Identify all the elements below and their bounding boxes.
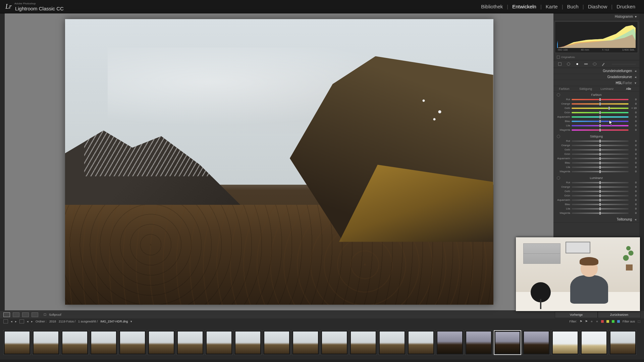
star-icon[interactable]: ★ xyxy=(596,320,598,323)
thumbnail[interactable] xyxy=(32,330,60,355)
slider-handle[interactable] xyxy=(608,107,610,110)
filter-lock-icon[interactable]: ⬚ xyxy=(638,320,641,323)
slider-handle[interactable] xyxy=(599,207,601,210)
slider-handle[interactable] xyxy=(599,98,601,101)
gradient-tool[interactable] xyxy=(583,61,589,67)
slider-track[interactable] xyxy=(572,108,629,109)
thumbnail[interactable] xyxy=(580,330,608,355)
slider-value[interactable]: 0 xyxy=(630,111,637,114)
slider-track[interactable] xyxy=(572,195,629,196)
slider-track[interactable] xyxy=(572,140,629,142)
slider-value[interactable]: 0 xyxy=(630,98,637,101)
crop-tool[interactable] xyxy=(557,61,563,67)
slider-track[interactable] xyxy=(572,167,629,168)
slider-handle[interactable] xyxy=(599,153,601,156)
hsl-tab-sättigung[interactable]: Sättigung xyxy=(575,86,596,92)
thumbnail[interactable] xyxy=(61,330,89,355)
slider-value[interactable]: 0 xyxy=(630,185,637,188)
grid-icon[interactable] xyxy=(19,319,24,323)
color-label-icon[interactable] xyxy=(601,320,604,323)
flag-pick-icon[interactable]: ⚑ xyxy=(580,320,582,323)
slider-handle[interactable] xyxy=(599,194,601,197)
section-basic[interactable]: Grundeinstellungen◂ xyxy=(553,68,639,74)
slider-track[interactable] xyxy=(572,149,629,150)
thumbnail[interactable] xyxy=(90,330,117,355)
thumbnail[interactable] xyxy=(176,330,204,355)
original-toggle[interactable]: Originalfoto xyxy=(553,54,639,60)
softproof-label[interactable]: Softproof xyxy=(49,313,61,316)
module-diashow[interactable]: Diashow xyxy=(585,4,611,9)
thumbnail[interactable] xyxy=(465,330,492,355)
thumbnail[interactable] xyxy=(436,330,464,355)
thumbnail[interactable] xyxy=(609,330,637,355)
slider-handle[interactable] xyxy=(599,148,601,152)
slider-value[interactable]: 0 xyxy=(630,207,637,210)
module-buch[interactable]: Buch xyxy=(564,4,582,9)
filmstrip-scrollbar[interactable] xyxy=(0,359,644,362)
section-split[interactable]: Teiltonung◂ xyxy=(553,217,639,223)
slider-track[interactable] xyxy=(572,145,629,146)
slider-handle[interactable] xyxy=(599,198,601,202)
nav-fwd-icon[interactable]: ▸ xyxy=(15,320,17,323)
slider-value[interactable]: 0 xyxy=(630,190,637,193)
slider-track[interactable] xyxy=(572,182,629,183)
star-icon[interactable]: ★ xyxy=(590,320,593,323)
slider-value[interactable]: 0 xyxy=(630,212,637,215)
slider-value[interactable]: 0 xyxy=(630,115,637,118)
thumbnail[interactable] xyxy=(378,330,406,355)
previous-button[interactable]: Vorherige xyxy=(555,311,598,318)
slider-track[interactable] xyxy=(572,158,629,159)
module-karte[interactable]: Karte xyxy=(542,4,561,9)
hsl-tab-alle[interactable]: Alle xyxy=(618,86,639,92)
slider-value[interactable]: 0 xyxy=(630,148,637,151)
thumbnail[interactable] xyxy=(407,330,435,355)
slider-track[interactable] xyxy=(572,129,629,131)
thumbnail[interactable] xyxy=(551,330,579,355)
slider-value[interactable]: 0 xyxy=(630,144,637,147)
slider-track[interactable] xyxy=(572,162,629,164)
color-label-icon[interactable] xyxy=(606,320,609,323)
slider-value[interactable]: 0 xyxy=(630,166,637,169)
slider-handle[interactable] xyxy=(599,102,601,106)
slider-value[interactable]: 0 xyxy=(630,139,637,142)
slider-handle[interactable] xyxy=(599,166,601,169)
thumbnail[interactable] xyxy=(523,330,550,355)
thumbnail[interactable] xyxy=(119,330,146,355)
nav-back-icon[interactable]: ◂ xyxy=(11,320,12,323)
slider-handle[interactable] xyxy=(599,128,601,132)
color-label-icon[interactable] xyxy=(617,320,620,323)
section-hsl[interactable]: HSL / Farbe▾ xyxy=(553,80,639,86)
checkbox-icon[interactable]: ☐ xyxy=(44,313,46,316)
reset-button[interactable]: Zurücksetzen xyxy=(598,311,641,318)
slider-value[interactable]: 0 xyxy=(630,161,637,164)
slider-handle[interactable] xyxy=(599,203,601,206)
second-window-icon[interactable] xyxy=(3,319,8,323)
section-tonecurve[interactable]: Gradationskurve◂ xyxy=(553,74,639,80)
brush-tool[interactable] xyxy=(600,61,606,67)
slider-track[interactable] xyxy=(572,186,629,188)
slider-track[interactable] xyxy=(572,99,629,100)
flag-reject-icon[interactable]: ⚑ xyxy=(585,320,588,323)
view-before-after-lr[interactable] xyxy=(13,312,19,317)
thumbnail[interactable] xyxy=(321,330,348,355)
target-adjust-icon[interactable] xyxy=(557,93,560,97)
slider-handle[interactable] xyxy=(599,185,601,189)
slider-handle[interactable] xyxy=(599,124,601,127)
slider-value[interactable]: 0 xyxy=(630,102,637,105)
histogram[interactable]: ISO 100 40 mm f / 4,0 1/400 Sek. xyxy=(555,21,638,53)
module-entwickeln[interactable]: Entwickeln xyxy=(509,4,540,9)
radial-tool[interactable] xyxy=(592,61,598,67)
slider-track[interactable] xyxy=(572,171,629,172)
slider-value[interactable]: 0 xyxy=(630,198,637,201)
slider-track[interactable] xyxy=(572,112,629,113)
slider-value[interactable]: 0 xyxy=(630,203,637,206)
filter-preset[interactable]: Filter aus xyxy=(623,320,635,323)
slider-handle[interactable] xyxy=(599,157,601,160)
slider-track[interactable] xyxy=(572,191,629,192)
slider-handle[interactable] xyxy=(599,190,601,193)
right-panel-collapse[interactable] xyxy=(639,13,644,310)
slider-handle[interactable] xyxy=(599,120,601,123)
color-label-icon[interactable] xyxy=(612,320,614,323)
thumbnail[interactable] xyxy=(263,330,290,355)
slider-handle[interactable] xyxy=(599,161,601,165)
